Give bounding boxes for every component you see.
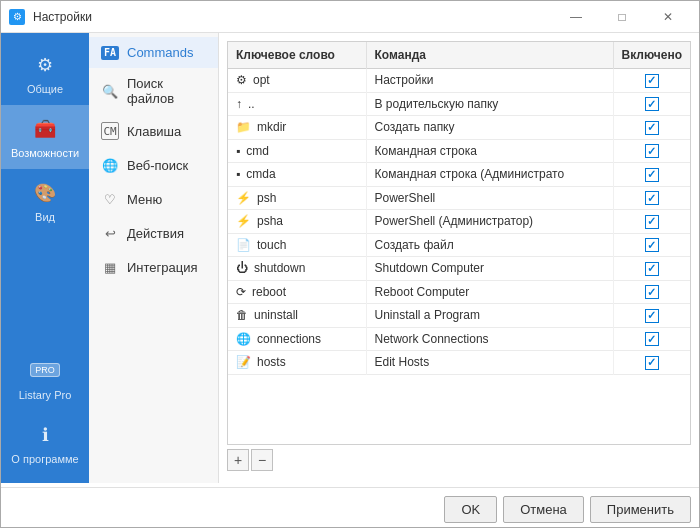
keyword-value: opt [253, 73, 270, 87]
minimize-button[interactable]: — [553, 1, 599, 33]
table-body: ⚙optНастройки↑..В родительскую папку📁mkd… [228, 69, 690, 375]
toolbox-icon: 🧰 [31, 115, 59, 143]
nav-item-file-search[interactable]: 🔍 Поиск файлов [89, 68, 218, 114]
app-icon: ⚙ [9, 9, 25, 25]
sidebar-item-general[interactable]: ⚙ Общие [1, 41, 89, 105]
command-cell: Командная строка (Администрато [366, 163, 613, 187]
enabled-checkbox[interactable] [645, 285, 659, 299]
enabled-cell [613, 233, 690, 257]
enabled-checkbox[interactable] [645, 168, 659, 182]
command-cell: Reboot Computer [366, 280, 613, 304]
maximize-button[interactable]: □ [599, 1, 645, 33]
header-row: Ключевое слово Команда Включено [228, 42, 690, 69]
enabled-checkbox[interactable] [645, 215, 659, 229]
keyword-value: hosts [257, 355, 286, 369]
enabled-checkbox[interactable] [645, 144, 659, 158]
enabled-checkbox[interactable] [645, 74, 659, 88]
keyword-cell: 📝hosts [228, 351, 366, 375]
enabled-checkbox[interactable] [645, 121, 659, 135]
command-cell: Создать файл [366, 233, 613, 257]
sidebar-item-about[interactable]: ℹ О программе [1, 411, 89, 475]
gear-icon: ⚙ [31, 51, 59, 79]
nav-label-web-search: Веб-поиск [127, 158, 188, 173]
table-row[interactable]: 📝hostsEdit Hosts [228, 351, 690, 375]
command-cell: В родительскую папку [366, 92, 613, 116]
commands-table: Ключевое слово Команда Включено ⚙optНаст… [228, 42, 690, 375]
row-icon: ▪ [236, 167, 240, 181]
close-button[interactable]: ✕ [645, 1, 691, 33]
sidebar-item-view[interactable]: 🎨 Вид [1, 169, 89, 233]
table-row[interactable]: ▪cmdaКомандная строка (Администрато [228, 163, 690, 187]
keyword-cell: ⚙opt [228, 69, 366, 93]
ok-button[interactable]: OK [444, 496, 497, 523]
title-bar: ⚙ Настройки — □ ✕ [1, 1, 699, 33]
table-row[interactable]: 🗑uninstallUninstall a Program [228, 304, 690, 328]
row-icon: ⏻ [236, 261, 248, 275]
remove-command-button[interactable]: − [251, 449, 273, 471]
keyword-value: psh [257, 191, 276, 205]
main-window: ⚙ Настройки — □ ✕ ⚙ Общие 🧰 Возможности … [0, 0, 700, 528]
menu-icon: ♡ [101, 190, 119, 208]
table-row[interactable]: ⟳rebootReboot Computer [228, 280, 690, 304]
keyword-value: cmd [246, 144, 269, 158]
table-row[interactable]: ⚙optНастройки [228, 69, 690, 93]
nav-item-menu[interactable]: ♡ Меню [89, 182, 218, 216]
keyword-value: reboot [252, 285, 286, 299]
table-header: Ключевое слово Команда Включено [228, 42, 690, 69]
apply-button[interactable]: Применить [590, 496, 691, 523]
keyword-value: connections [257, 332, 321, 346]
enabled-checkbox[interactable] [645, 238, 659, 252]
nav-item-web-search[interactable]: 🌐 Веб-поиск [89, 148, 218, 182]
table-row[interactable]: 📄touchСоздать файл [228, 233, 690, 257]
keyword-cell: 🌐connections [228, 327, 366, 351]
table-row[interactable]: ⏻shutdownShutdown Computer [228, 257, 690, 281]
keyword-cell: 📄touch [228, 233, 366, 257]
enabled-checkbox[interactable] [645, 191, 659, 205]
info-icon: ℹ [31, 421, 59, 449]
enabled-checkbox[interactable] [645, 309, 659, 323]
keyword-cell: ⚡psh [228, 186, 366, 210]
sidebar-item-features[interactable]: 🧰 Возможности [1, 105, 89, 169]
row-icon: 📄 [236, 238, 251, 252]
nav-item-commands[interactable]: FA Commands [89, 37, 218, 68]
table-row[interactable]: ↑..В родительскую папку [228, 92, 690, 116]
nav-label-hotkey: Клавиша [127, 124, 181, 139]
table-row[interactable]: 📁mkdirСоздать папку [228, 116, 690, 140]
table-row[interactable]: ▪cmdКомандная строка [228, 139, 690, 163]
nav-item-hotkey[interactable]: CM Клавиша [89, 114, 218, 148]
table-row[interactable]: ⚡pshaPowerShell (Администратор) [228, 210, 690, 234]
enabled-cell [613, 139, 690, 163]
sidebar-item-pro[interactable]: PRO Listary Pro [1, 347, 89, 411]
enabled-cell [613, 280, 690, 304]
enabled-checkbox[interactable] [645, 332, 659, 346]
add-command-button[interactable]: + [227, 449, 249, 471]
row-icon: ⚡ [236, 191, 251, 205]
nav-item-integration[interactable]: ▦ Интеграция [89, 250, 218, 284]
nav-label-actions: Действия [127, 226, 184, 241]
command-cell: Shutdown Computer [366, 257, 613, 281]
enabled-checkbox[interactable] [645, 262, 659, 276]
nav-label-menu: Меню [127, 192, 162, 207]
enabled-checkbox[interactable] [645, 356, 659, 370]
keyword-cell: 🗑uninstall [228, 304, 366, 328]
nav-item-actions[interactable]: ↩ Действия [89, 216, 218, 250]
cancel-button[interactable]: Отмена [503, 496, 584, 523]
command-cell: PowerShell [366, 186, 613, 210]
command-cell: Командная строка [366, 139, 613, 163]
command-cell: Настройки [366, 69, 613, 93]
enabled-cell [613, 351, 690, 375]
command-cell: PowerShell (Администратор) [366, 210, 613, 234]
keyword-cell: ↑.. [228, 92, 366, 116]
nav-label-commands: Commands [127, 45, 193, 60]
row-icon: ▪ [236, 144, 240, 158]
title-bar-controls: — □ ✕ [553, 1, 691, 33]
sidebar-bottom: PRO Listary Pro ℹ О программе [1, 347, 89, 483]
table-row[interactable]: ⚡pshPowerShell [228, 186, 690, 210]
command-cell: Uninstall a Program [366, 304, 613, 328]
actions-icon: ↩ [101, 224, 119, 242]
keyword-value: cmda [246, 167, 275, 181]
enabled-checkbox[interactable] [645, 97, 659, 111]
hotkey-icon: CM [101, 122, 119, 140]
table-row[interactable]: 🌐connectionsNetwork Connections [228, 327, 690, 351]
row-icon: 🗑 [236, 308, 248, 322]
